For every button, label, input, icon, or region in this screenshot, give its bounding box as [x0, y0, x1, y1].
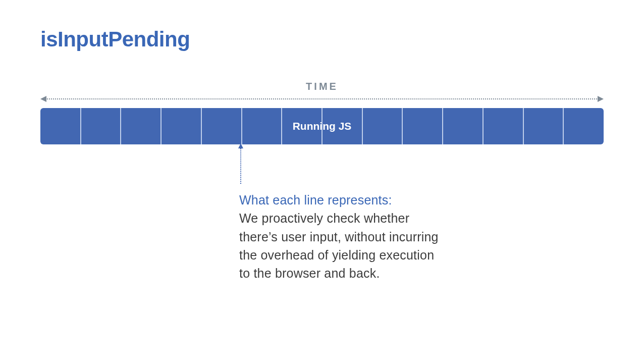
callout-dotted-line [240, 144, 241, 184]
bar-tick [241, 108, 242, 144]
time-axis-dotted-line [45, 98, 599, 99]
bar-tick [120, 108, 121, 144]
time-axis-label: TIME [40, 81, 604, 92]
svg-marker-2 [238, 143, 243, 148]
bar-tick [563, 108, 564, 144]
bar-tick [442, 108, 443, 144]
bar-tick [402, 108, 403, 144]
bar-tick [201, 108, 202, 144]
bar-tick [362, 108, 363, 144]
arrow-up-icon [238, 143, 243, 148]
bar-tick [281, 108, 282, 144]
arrow-left-icon [40, 96, 46, 102]
bar-tick [482, 108, 484, 144]
callout-body: We proactively check whether there’s use… [239, 211, 439, 280]
time-axis [40, 96, 604, 102]
svg-marker-0 [40, 96, 46, 102]
slide: isInputPending TIME Running JS What each… [0, 0, 644, 362]
svg-marker-1 [598, 96, 604, 102]
bar-tick [80, 108, 81, 144]
page-title: isInputPending [40, 27, 190, 51]
callout-text: What each line represents: We proactivel… [239, 191, 441, 282]
bar-tick [160, 108, 162, 144]
arrow-right-icon [598, 96, 604, 102]
bar-tick [321, 108, 323, 144]
callout-heading: What each line represents: [239, 191, 441, 209]
bar-tick [523, 108, 524, 144]
running-js-bar: Running JS [40, 108, 604, 144]
